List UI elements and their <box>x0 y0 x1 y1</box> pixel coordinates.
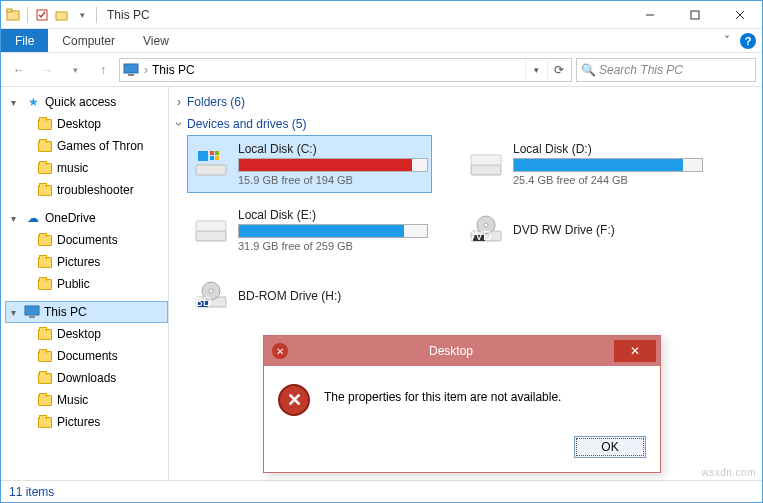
drive-icon: BD <box>192 277 230 315</box>
tree-item[interactable]: Downloads <box>5 367 168 389</box>
up-button[interactable]: ↑ <box>91 58 115 82</box>
tree-quick-access[interactable]: ▾ ★ Quick access <box>5 91 168 113</box>
back-button[interactable]: ← <box>7 58 31 82</box>
drive-name: BD-ROM Drive (H:) <box>238 289 427 303</box>
file-explorer-window: ▾ This PC File Computer View ˅ ? ← → ▾ ↑… <box>0 0 763 503</box>
tree-item[interactable]: Documents <box>5 229 168 251</box>
tree-item[interactable]: music <box>5 157 168 179</box>
nav-tree: ▾ ★ Quick access DesktopGames of Thronmu… <box>1 87 169 480</box>
folder-icon <box>37 116 53 132</box>
drive-name: Local Disk (D:) <box>513 142 703 156</box>
svg-rect-5 <box>691 11 699 19</box>
qat-dropdown-icon[interactable]: ▾ <box>74 7 90 23</box>
drive-item[interactable]: Local Disk (D:)25.4 GB free of 244 GB <box>462 135 707 193</box>
breadcrumb-segment[interactable]: This PC <box>152 63 195 77</box>
tree-item[interactable]: Games of Thron <box>5 135 168 157</box>
tree-item[interactable]: Music <box>5 389 168 411</box>
svg-rect-14 <box>210 151 214 155</box>
tree-item[interactable]: Pictures <box>5 251 168 273</box>
tree-this-pc[interactable]: ▾ This PC <box>5 301 168 323</box>
tab-view[interactable]: View <box>129 29 183 52</box>
dialog-close-button[interactable]: ✕ <box>614 340 656 362</box>
svg-rect-13 <box>198 151 208 161</box>
svg-rect-21 <box>196 221 226 231</box>
drive-item[interactable]: BDBD-ROM Drive (H:) <box>187 267 432 325</box>
drive-name: DVD RW Drive (F:) <box>513 223 702 237</box>
address-bar[interactable]: › This PC ▾ ⟳ <box>119 58 572 82</box>
window-controls <box>627 1 762 29</box>
drive-free-text: 25.4 GB free of 244 GB <box>513 174 703 186</box>
dialog-title: Desktop <box>288 344 614 358</box>
svg-rect-12 <box>196 165 226 175</box>
ribbon-tabs: File Computer View ˅ ? <box>1 29 762 53</box>
refresh-icon[interactable]: ⟳ <box>547 59 569 81</box>
dialog-titlebar[interactable]: ✕ Desktop ✕ <box>264 336 660 366</box>
tree-item[interactable]: Pictures <box>5 411 168 433</box>
properties-icon[interactable] <box>34 7 50 23</box>
tree-item[interactable]: Desktop <box>5 323 168 345</box>
breadcrumb-sep-icon[interactable]: › <box>144 63 148 77</box>
quick-access-toolbar: ▾ <box>5 7 99 23</box>
tree-onedrive[interactable]: ▾ ☁ OneDrive <box>5 207 168 229</box>
monitor-icon <box>24 304 40 320</box>
drive-name: Local Disk (C:) <box>238 142 428 156</box>
tab-computer[interactable]: Computer <box>48 29 129 52</box>
tree-item[interactable]: Desktop <box>5 113 168 135</box>
tree-item[interactable]: Public <box>5 273 168 295</box>
svg-rect-20 <box>196 231 226 241</box>
capacity-bar <box>238 224 428 238</box>
chevron-down-icon[interactable]: › <box>172 122 186 126</box>
search-input[interactable]: 🔍 Search This PC <box>576 58 756 82</box>
tree-item[interactable]: troubleshooter <box>5 179 168 201</box>
capacity-bar <box>513 158 703 172</box>
ribbon-expand-icon[interactable]: ˅ <box>724 34 730 48</box>
drive-icon <box>467 145 505 183</box>
error-dialog: ✕ Desktop ✕ ✕ The properties for this it… <box>263 335 661 473</box>
close-button[interactable] <box>717 1 762 29</box>
recent-dropdown[interactable]: ▾ <box>63 58 87 82</box>
tab-file[interactable]: File <box>1 29 48 52</box>
error-title-icon: ✕ <box>272 343 288 359</box>
search-placeholder: Search This PC <box>599 63 683 77</box>
drive-icon <box>192 211 230 249</box>
forward-button[interactable]: → <box>35 58 59 82</box>
folder-icon <box>37 414 53 430</box>
star-icon: ★ <box>25 94 41 110</box>
drive-free-text: 31.9 GB free of 259 GB <box>238 240 428 252</box>
group-folders[interactable]: › Folders (6) <box>177 91 754 113</box>
folder-icon <box>37 232 53 248</box>
navbar: ← → ▾ ↑ › This PC ▾ ⟳ 🔍 Search This PC <box>1 53 762 87</box>
address-history-icon[interactable]: ▾ <box>525 59 547 81</box>
drive-item[interactable]: Local Disk (E:)31.9 GB free of 259 GB <box>187 201 432 259</box>
minimize-button[interactable] <box>627 1 672 29</box>
capacity-bar <box>238 158 428 172</box>
help-icon[interactable]: ? <box>740 33 756 49</box>
error-icon: ✕ <box>278 384 310 416</box>
chevron-down-icon[interactable]: ▾ <box>11 97 21 108</box>
svg-text:DVD: DVD <box>467 229 492 243</box>
chevron-right-icon[interactable]: › <box>177 95 181 109</box>
folder-icon <box>37 254 53 270</box>
new-folder-icon[interactable] <box>54 7 70 23</box>
tree-item[interactable]: Documents <box>5 345 168 367</box>
svg-rect-1 <box>7 9 12 12</box>
status-bar: 11 items <box>1 480 762 502</box>
drive-name: Local Disk (E:) <box>238 208 428 222</box>
cloud-icon: ☁ <box>25 210 41 226</box>
window-title: This PC <box>107 8 150 22</box>
explorer-icon <box>5 7 21 23</box>
chevron-down-icon[interactable]: ▾ <box>11 307 21 318</box>
drive-item[interactable]: Local Disk (C:)15.9 GB free of 194 GB <box>187 135 432 193</box>
chevron-down-icon[interactable]: ▾ <box>11 213 21 224</box>
maximize-button[interactable] <box>672 1 717 29</box>
ok-button[interactable]: OK <box>574 436 646 458</box>
folder-icon <box>37 160 53 176</box>
svg-point-24 <box>484 223 488 227</box>
group-devices[interactable]: › Devices and drives (5) <box>177 113 754 135</box>
drive-item[interactable]: DVDDVD RW Drive (F:) <box>462 201 707 259</box>
svg-rect-10 <box>25 306 39 315</box>
folder-icon <box>37 348 53 364</box>
thispc-icon <box>122 61 140 79</box>
drive-free-text: 15.9 GB free of 194 GB <box>238 174 428 186</box>
svg-rect-19 <box>471 155 501 165</box>
